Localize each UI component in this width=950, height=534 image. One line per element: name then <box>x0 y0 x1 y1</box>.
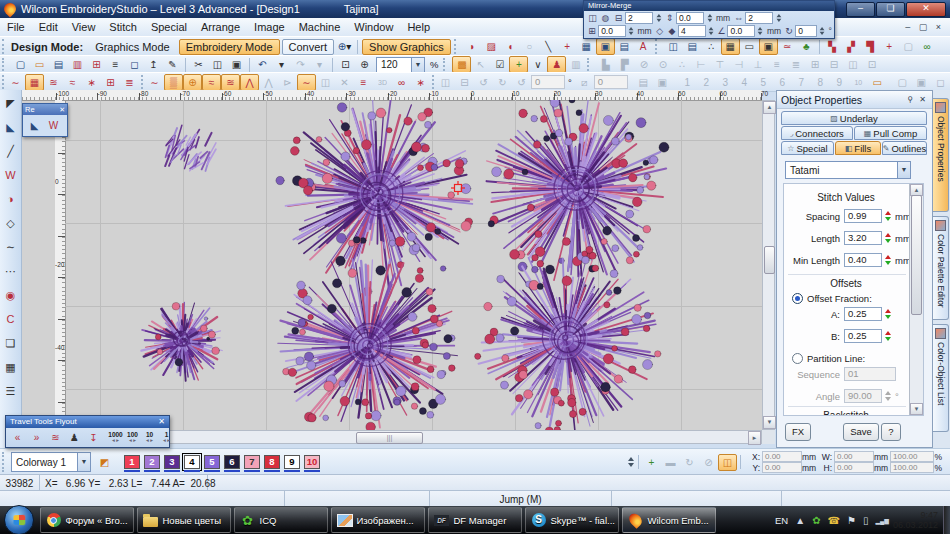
travel-to-end-icon[interactable]: » <box>27 429 46 446</box>
hotkey-style-9-icon[interactable]: 9 <box>830 74 849 91</box>
open-design-icon[interactable]: ▭ <box>30 56 49 73</box>
offset-b-field[interactable]: 0.25 <box>844 329 882 343</box>
tatami-fill-icon[interactable]: ▦ <box>25 74 44 91</box>
mirror-merge-palette[interactable]: Mirror-Merge ◫ ◍ ⊟ 2 ⇕ 0.0 mm ⇔ 2 ⊞ 0.0 … <box>583 0 835 39</box>
shape-filled-rect-icon[interactable]: ▣ <box>912 74 931 91</box>
kaleidoscope-icon[interactable]: ◇ <box>654 26 666 36</box>
side-tab-color-object-list[interactable]: Color-Object List <box>933 324 949 432</box>
menu-window[interactable]: Window <box>347 19 400 35</box>
minimize-button[interactable]: – <box>846 2 875 17</box>
liquid-effect-icon[interactable]: ≋ <box>221 74 240 91</box>
florentine-effect-icon[interactable]: ⋀ <box>240 74 259 91</box>
color-swatch-1[interactable]: 1 <box>124 455 140 469</box>
kaleidoscope-2-icon[interactable]: ◆ <box>666 26 678 36</box>
rotate-angle-field[interactable]: 0 <box>531 75 565 89</box>
paste-icon[interactable]: ▣ <box>227 56 246 73</box>
fabric-view-icon[interactable]: ≃ <box>778 38 797 55</box>
show-connectors-icon[interactable]: ∨ <box>528 56 547 73</box>
mirror-wreath-icon[interactable]: ◍ <box>599 13 612 23</box>
travel-to-start-icon[interactable]: « <box>8 429 27 446</box>
embroidery-flower-object[interactable] <box>276 100 473 296</box>
zigzag-stitch-icon[interactable]: ≈ <box>63 74 82 91</box>
scroll-down-icon[interactable]: ▼ <box>763 416 776 429</box>
x-position-field[interactable]: 0.00 <box>762 451 802 462</box>
reshape-tool[interactable]: ◣ <box>1 118 21 137</box>
device-tray-icon[interactable]: ▯ <box>863 515 869 526</box>
menu-image[interactable]: Image <box>247 19 292 35</box>
graphics-mode-button[interactable]: Graphics Mode <box>88 39 177 55</box>
trueview-icon[interactable]: ∞ <box>392 74 411 91</box>
col-spacing-field[interactable]: 0.0 <box>676 12 704 24</box>
tab-special[interactable]: ☆ Special <box>781 141 834 155</box>
close-button[interactable]: ✕ <box>906 2 946 17</box>
color-swatch-5[interactable]: 5 <box>204 455 220 469</box>
network-tray-icon[interactable]: ▂▄▆ <box>875 517 888 524</box>
hand-look-icon[interactable]: ⊳ <box>278 74 297 91</box>
align-right-icon[interactable]: ⊣ <box>729 56 748 73</box>
phone-tray-icon[interactable]: ☎ <box>828 515 840 526</box>
shape-square-icon[interactable]: ◻ <box>931 74 950 91</box>
tray-expand-icon[interactable]: ▲ <box>795 515 805 526</box>
design-frame-icon[interactable]: ▢ <box>899 38 918 55</box>
mirror-columns-field[interactable]: 2 <box>625 12 653 24</box>
menu-special[interactable]: Special <box>144 19 194 35</box>
min-length-spinner[interactable] <box>883 253 892 267</box>
open-object-outline-icon[interactable]: ◖ <box>501 38 520 55</box>
new-design-icon[interactable]: ▢ <box>11 56 30 73</box>
show-image-icon[interactable]: ▤ <box>615 38 634 55</box>
3d-view-icon[interactable]: 3D <box>373 74 392 91</box>
mirror-y-icon[interactable]: ⊟ <box>455 74 474 91</box>
height-scale-field[interactable]: 100.00 <box>890 462 934 473</box>
program-split-icon[interactable]: ⊞ <box>101 74 120 91</box>
taskbar-app-image-viewer[interactable]: Изображен... <box>331 507 425 533</box>
dock-properties-icon[interactable]: ◫ <box>718 454 737 471</box>
align-top-icon[interactable]: ⊥ <box>748 56 767 73</box>
hotkey-style-3-icon[interactable]: 3 <box>716 74 735 91</box>
hotkey-style-8-icon[interactable]: 8 <box>811 74 830 91</box>
embroidery-mode-button[interactable]: Embroidery Mode <box>179 39 280 55</box>
mirror-rows-field[interactable]: 2 <box>745 12 773 24</box>
align-center-v-icon[interactable]: ⊤ <box>710 56 729 73</box>
group-icon[interactable]: ▙ <box>596 56 615 73</box>
motif-fill-icon[interactable]: ∗ <box>82 74 101 91</box>
tab-connectors[interactable]: ◞ Connectors <box>781 126 853 140</box>
align-left-icon[interactable]: ⊢ <box>691 56 710 73</box>
globe-effect-icon[interactable]: ⊕ <box>183 74 202 91</box>
color-swatch-9[interactable]: 9 <box>284 455 300 469</box>
width-scale-field[interactable]: 100.00 <box>890 451 934 462</box>
send-to-machine-icon[interactable]: ↥ <box>144 56 163 73</box>
menu-machine[interactable]: Machine <box>292 19 348 35</box>
stitch-edit-icon[interactable]: W <box>44 117 63 134</box>
hotkey-style-2-icon[interactable]: 2 <box>697 74 716 91</box>
add-colorway-icon[interactable]: + <box>642 454 661 471</box>
delete-colorway-icon[interactable]: ▬ <box>661 454 680 471</box>
globe-icon[interactable]: ⊕▾ <box>335 38 354 55</box>
start-button[interactable] <box>4 505 34 534</box>
fill-type-dropdown[interactable]: Tatami ▼ <box>785 161 911 179</box>
save-design-icon[interactable]: ▤ <box>49 56 68 73</box>
print-preview-icon[interactable]: ◻ <box>125 56 144 73</box>
language-indicator[interactable]: EN <box>775 515 788 526</box>
feather-edge-icon[interactable]: ∼ <box>145 74 164 91</box>
jump-digitize-tool[interactable]: ⋯ <box>1 262 21 281</box>
color-swatch-3[interactable]: 3 <box>164 455 180 469</box>
show-hoop-icon[interactable]: ▣ <box>596 38 615 55</box>
mirror-h-icon[interactable]: ◫ <box>586 13 599 23</box>
close-icon[interactable]: ✕ <box>158 416 165 428</box>
menu-file[interactable]: File <box>0 19 32 35</box>
penetration-line-icon[interactable]: ╲ <box>539 38 558 55</box>
redo-icon[interactable]: ↷ <box>291 56 310 73</box>
center-design-icon[interactable]: + <box>880 38 899 55</box>
run-digitize-tool[interactable]: ∼ <box>1 238 21 257</box>
arc-digitize-tool[interactable]: C <box>1 310 21 329</box>
menu-edit[interactable]: Edit <box>32 19 65 35</box>
redraw-design-icon[interactable]: ∞ <box>918 38 937 55</box>
partition-angle-spinner[interactable] <box>883 389 892 403</box>
tab-outlines[interactable]: ✎ Outlines <box>882 141 927 155</box>
travel-step-100[interactable]: 100◂ ▸ <box>124 432 141 444</box>
zoom-box-icon[interactable]: ⊡ <box>336 56 355 73</box>
align-center-h-icon[interactable]: ≡ <box>767 56 786 73</box>
show-graphics-button[interactable]: Show Graphics <box>362 39 451 55</box>
partition-line-radio[interactable]: Partition Line: <box>792 350 865 366</box>
select-tool[interactable]: ◤ <box>1 94 21 113</box>
